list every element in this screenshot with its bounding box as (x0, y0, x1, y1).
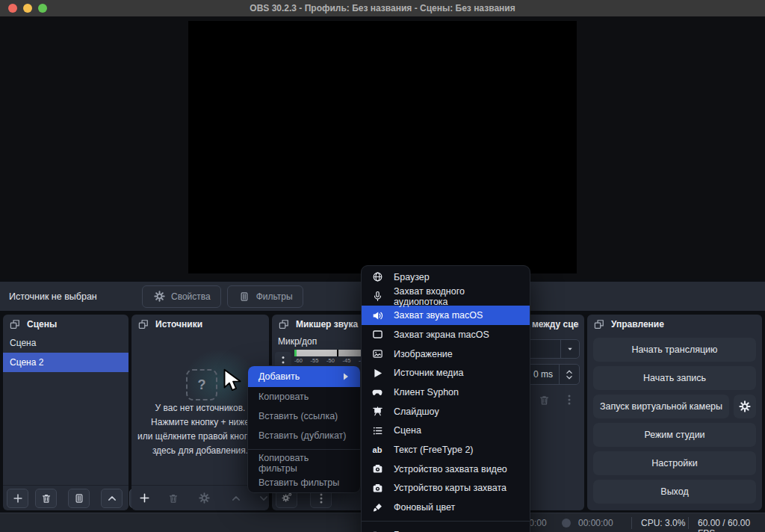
menu-item-paste-reference[interactable]: Вставить (ссылка) (248, 406, 360, 426)
program-canvas (188, 21, 577, 273)
start-streaming-button[interactable]: Начать трансляцию (593, 338, 756, 362)
submenu-item-image[interactable]: Изображение (362, 344, 530, 364)
scenes-dock-title: Сцены (27, 319, 57, 330)
properties-button-label: Свойства (171, 291, 211, 302)
no-source-label: Источник не выбран (9, 291, 142, 302)
scene-filters-button[interactable] (68, 489, 90, 508)
add-source-submenu: Браузер Захват входного аудиопотока Захв… (361, 265, 530, 532)
menu-item-copy[interactable]: Копировать (248, 387, 360, 406)
remove-scene-button[interactable] (35, 489, 57, 508)
folder-icon (371, 529, 384, 532)
controls-dock-header[interactable]: Управление (587, 315, 762, 333)
microphone-icon (371, 291, 384, 302)
scene-item[interactable]: Сцена (3, 333, 128, 353)
record-time: 00:00:00 (578, 518, 613, 528)
popout-dock-icon (137, 319, 150, 330)
filters-button-label: Фильтры (256, 291, 293, 302)
slideshow-icon (371, 406, 384, 417)
studio-mode-button[interactable]: Режим студии (593, 423, 756, 447)
settings-button[interactable]: Настройки (593, 451, 756, 475)
display-icon (371, 329, 384, 340)
record-status-icon (562, 519, 571, 528)
exit-button[interactable]: Выход (593, 480, 756, 504)
move-scene-up-button[interactable] (101, 489, 123, 508)
start-recording-button[interactable]: Начать запись (593, 366, 756, 390)
submenu-item-text-freetype[interactable]: ab Текст (FreeType 2) (362, 440, 530, 460)
submenu-item-group[interactable]: Группа (362, 525, 530, 532)
submenu-arrow-icon (342, 373, 350, 380)
empty-sources-icon: ? (186, 369, 217, 400)
preview-area (0, 16, 765, 279)
zoom-window-icon[interactable] (38, 4, 47, 13)
virtual-camera-settings-button[interactable] (734, 395, 756, 418)
scenes-toolbar (3, 485, 128, 510)
gamepad-icon (371, 386, 384, 398)
controls-dock: Управление Начать трансляцию Начать запи… (587, 315, 762, 510)
title-bar: OBS 30.2.3 - Профиль: Без названия - Сце… (0, 0, 765, 16)
sources-dock-header[interactable]: Источники (131, 315, 269, 333)
fps-indicator: 60.00 / 60.00 FPS (698, 518, 765, 532)
menu-item-paste-duplicate[interactable]: Вставить (дубликат) (248, 426, 360, 445)
scenes-dock: Сцены Сцена Сцена 2 (3, 315, 128, 510)
text-icon: ab (371, 445, 384, 454)
scene-item-selected[interactable]: Сцена 2 (3, 353, 128, 372)
add-source-button[interactable] (135, 489, 153, 507)
image-icon (371, 348, 384, 359)
duration-stepper[interactable] (559, 365, 579, 384)
properties-button[interactable]: Свойства (142, 285, 221, 308)
globe-icon (371, 271, 384, 282)
menu-separator (248, 449, 360, 450)
mixer-channel-name: Микр/доп (278, 336, 317, 347)
submenu-item-slideshow[interactable]: Слайдшоу (362, 402, 530, 421)
scenes-dock-header[interactable]: Сцены (3, 315, 128, 333)
submenu-item-macos-audio-capture[interactable]: Захват звука macOS (362, 306, 530, 325)
close-window-icon[interactable] (8, 4, 17, 13)
move-source-up-button[interactable] (227, 489, 245, 507)
controls-dock-title: Управление (611, 319, 664, 330)
start-virtual-camera-button[interactable]: Запуск виртуальной камеры (593, 395, 729, 418)
menu-separator (362, 521, 530, 522)
submenu-item-syphon-client[interactable]: Клиент Syphon (362, 383, 530, 402)
list-icon (371, 425, 384, 436)
chevron-down-icon[interactable] (560, 340, 579, 358)
remove-source-button[interactable] (164, 489, 182, 507)
submenu-item-audio-input-capture[interactable]: Захват входного аудиопотока (362, 287, 530, 306)
popout-dock-icon (8, 319, 22, 330)
mouse-cursor (223, 368, 243, 395)
play-icon (371, 368, 384, 379)
minimize-window-icon[interactable] (23, 4, 32, 13)
submenu-item-media-source[interactable]: Источник медиа (362, 363, 530, 383)
window-title: OBS 30.2.3 - Профиль: Без названия - Сце… (250, 3, 515, 13)
submenu-item-scene[interactable]: Сцена (362, 421, 530, 441)
menu-item-paste-filters[interactable]: Вставить фильтры (248, 473, 360, 492)
filters-button[interactable]: Фильтры (227, 285, 303, 308)
speaker-icon (371, 310, 384, 321)
remove-transition-button[interactable] (535, 391, 553, 409)
brush-icon (371, 502, 384, 513)
submenu-item-macos-screen-capture[interactable]: Захват экрана macOS (362, 325, 530, 344)
source-properties-button[interactable] (195, 489, 213, 507)
cpu-usage: CPU: 3.0% (641, 518, 685, 528)
submenu-item-capture-card-device[interactable]: Устройство карты захвата (362, 479, 530, 498)
mixer-dock-title: Микшер звука (296, 319, 358, 330)
menu-item-add[interactable]: Добавить (248, 366, 360, 387)
context-menu: Добавить Копировать Вставить (ссылка) Вс… (247, 365, 361, 493)
submenu-item-browser[interactable]: Браузер (362, 267, 530, 287)
add-scene-button[interactable] (7, 489, 28, 508)
camera-icon (371, 463, 384, 474)
submenu-item-color-source[interactable]: Фоновый цвет (362, 498, 530, 517)
filters-icon (238, 291, 251, 302)
obs-window: OBS 30.2.3 - Профиль: Без названия - Сце… (0, 0, 765, 532)
camera-icon (371, 483, 384, 494)
popout-dock-icon (592, 319, 606, 330)
window-controls (8, 4, 47, 13)
submenu-item-video-capture-device[interactable]: Устройство захвата видео (362, 460, 530, 479)
gear-icon (152, 291, 166, 302)
transition-properties-button[interactable] (560, 391, 578, 409)
popout-dock-icon (277, 319, 291, 330)
sources-dock-title: Источники (155, 319, 202, 330)
menu-item-copy-filters[interactable]: Копировать фильтры (248, 454, 360, 473)
